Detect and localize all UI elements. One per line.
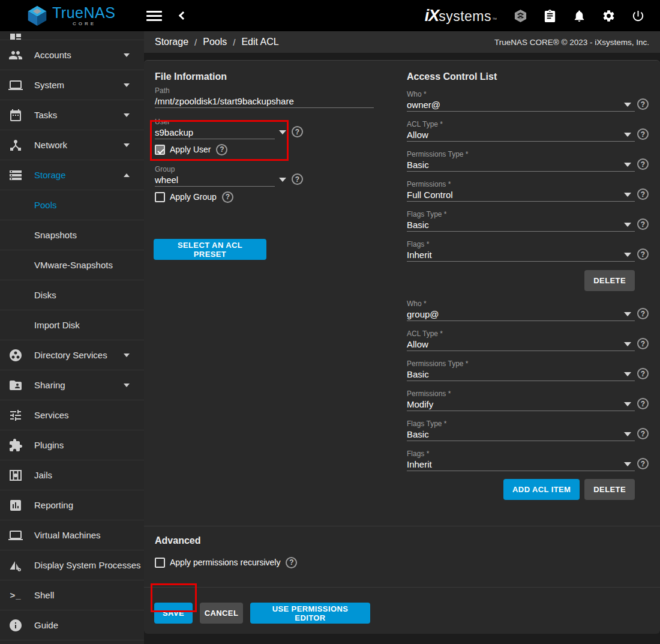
- truecommand-icon[interactable]: [514, 9, 527, 23]
- apply-group-checkbox[interactable]: [155, 192, 165, 202]
- notifications-bell-icon[interactable]: [572, 9, 586, 23]
- chevron-down-icon: [124, 113, 130, 117]
- sidebar-item-dashboard[interactable]: [0, 31, 144, 40]
- sidebar-nav: Accounts System Tasks Network Storage Po…: [0, 31, 144, 644]
- acl-who-select[interactable]: Who * group@ ?: [407, 299, 635, 321]
- acl-flags-type-select[interactable]: Flags Type * Basic ?: [407, 420, 635, 441]
- help-icon[interactable]: ?: [637, 398, 649, 409]
- network-hub-icon: [8, 138, 23, 152]
- brand-name: TrueNAS: [52, 5, 115, 20]
- acl-type-select[interactable]: ACL Type * Allow ?: [407, 120, 635, 142]
- path-field[interactable]: Path /mnt/zpooldisk1/start9backupshare: [155, 86, 395, 108]
- reporting-chart-icon: [8, 498, 23, 513]
- apply-recursively-checkbox[interactable]: [155, 558, 165, 568]
- sidebar-item-network[interactable]: Network: [0, 130, 144, 160]
- sidebar-item-sharing[interactable]: Sharing: [0, 370, 144, 400]
- services-tune-icon: [8, 408, 23, 423]
- dropdown-caret-icon: [624, 342, 631, 346]
- breadcrumb-edit-acl: Edit ACL: [241, 37, 278, 47]
- chevron-down-icon: [124, 354, 130, 357]
- chevron-down-icon: [124, 384, 130, 387]
- delete-acl-item-button[interactable]: DELETE: [584, 270, 635, 291]
- help-icon[interactable]: ?: [286, 557, 297, 568]
- use-permissions-editor-button[interactable]: USE PERMISSIONS EDITOR: [250, 603, 370, 624]
- acl-who-select[interactable]: Who * owner@ ?: [407, 90, 635, 112]
- collapse-chevron-left-icon[interactable]: [179, 11, 187, 20]
- sidebar-item-system[interactable]: System: [0, 70, 144, 100]
- help-icon[interactable]: ?: [637, 458, 649, 469]
- acl-permissions-type-select[interactable]: Permissions Type * Basic ?: [407, 360, 635, 381]
- power-icon[interactable]: [631, 9, 645, 23]
- help-icon[interactable]: ?: [637, 248, 649, 260]
- tasks-clipboard-icon[interactable]: [543, 9, 557, 23]
- acl-type-select[interactable]: ACL Type * Allow ?: [407, 330, 635, 351]
- help-icon[interactable]: ?: [637, 128, 649, 140]
- truenas-logo[interactable]: TrueNAS CORE: [26, 5, 115, 26]
- help-icon[interactable]: ?: [637, 368, 649, 379]
- dropdown-caret-icon: [624, 372, 631, 376]
- save-button[interactable]: SAVE: [154, 603, 193, 624]
- help-icon[interactable]: ?: [637, 338, 649, 349]
- acl-permissions-type-select[interactable]: Permissions Type * Basic ?: [407, 150, 635, 172]
- system-laptop-icon: [8, 78, 23, 92]
- sidebar-item-pools[interactable]: Pools: [0, 190, 144, 220]
- copyright-text: TrueNAS CORE® © 2023 - iXsystems, Inc.: [494, 38, 649, 47]
- sidebar-item-disks[interactable]: Disks: [0, 280, 144, 310]
- guide-info-icon: [8, 618, 23, 633]
- sidebar-item-services[interactable]: Services: [0, 400, 144, 430]
- sidebar-item-snapshots[interactable]: Snapshots: [0, 220, 144, 250]
- dropdown-caret-icon: [624, 402, 631, 406]
- dropdown-caret-icon: [624, 103, 631, 107]
- help-icon[interactable]: ?: [637, 308, 649, 319]
- sidebar-item-directory-services[interactable]: Directory Services: [0, 340, 144, 370]
- acl-flags-select[interactable]: Flags * Inherit ?: [407, 450, 635, 471]
- acl-title: Access Control List: [407, 72, 635, 82]
- help-icon[interactable]: ?: [216, 144, 227, 155]
- help-icon[interactable]: ?: [222, 191, 233, 203]
- breadcrumb-storage[interactable]: Storage: [155, 37, 188, 47]
- sidebar-item-display-system-processes[interactable]: Display System Processes: [0, 550, 144, 580]
- sidebar-item-guide[interactable]: Guide: [0, 610, 144, 640]
- breadcrumb-pools[interactable]: Pools: [203, 37, 227, 47]
- sidebar-item-vmware-snapshots[interactable]: VMware-Snapshots: [0, 250, 144, 280]
- help-icon[interactable]: ?: [637, 428, 649, 439]
- sidebar-item-tasks[interactable]: Tasks: [0, 100, 144, 130]
- settings-gear-icon[interactable]: [602, 9, 616, 23]
- sidebar-item-shell[interactable]: >_ Shell: [0, 580, 144, 610]
- dropdown-caret-icon: [624, 432, 631, 436]
- group-select[interactable]: Group wheel ?: [155, 165, 395, 187]
- sidebar-item-jails[interactable]: Jails: [0, 460, 144, 490]
- hamburger-menu-icon[interactable]: [146, 8, 162, 23]
- dropdown-caret-icon: [624, 163, 631, 167]
- help-icon[interactable]: ?: [637, 158, 649, 170]
- file-information-title: File Information: [155, 72, 395, 82]
- acl-permissions-select[interactable]: Permissions * Full Control ?: [407, 180, 635, 202]
- sidebar-item-plugins[interactable]: Plugins: [0, 430, 144, 460]
- help-icon[interactable]: ?: [637, 98, 649, 110]
- sharing-folder-icon: [8, 378, 23, 393]
- add-acl-item-button[interactable]: ADD ACL ITEM: [503, 479, 580, 500]
- advanced-section: Advanced Apply permissions recursively ?: [144, 526, 660, 587]
- help-icon[interactable]: ?: [637, 218, 649, 230]
- apply-user-checkbox[interactable]: [155, 145, 165, 155]
- delete-acl-item-button[interactable]: DELETE: [584, 479, 635, 500]
- sidebar-item-reporting[interactable]: Reporting: [0, 490, 144, 520]
- advanced-title: Advanced: [155, 536, 649, 546]
- dropdown-caret-icon: [624, 253, 631, 257]
- sidebar-item-storage[interactable]: Storage: [0, 160, 144, 190]
- help-icon[interactable]: ?: [292, 173, 303, 185]
- select-acl-preset-button[interactable]: SELECT AN ACL PRESET: [154, 239, 266, 260]
- breadcrumb: Storage / Pools / Edit ACL TrueNAS CORE®…: [144, 31, 660, 53]
- user-select[interactable]: User s9backup ?: [155, 118, 395, 139]
- help-icon[interactable]: ?: [292, 126, 303, 137]
- acl-flags-select[interactable]: Flags * Inherit ?: [407, 240, 635, 262]
- sidebar-item-accounts[interactable]: Accounts: [0, 40, 144, 70]
- acl-permissions-select[interactable]: Permissions * Modify ?: [407, 390, 635, 411]
- cancel-button[interactable]: CANCEL: [200, 603, 243, 624]
- storage-icon: [8, 168, 23, 182]
- sidebar-item-virtual-machines[interactable]: Virtual Machines: [0, 520, 144, 550]
- help-icon[interactable]: ?: [637, 188, 649, 200]
- sidebar-item-import-disk[interactable]: Import Disk: [0, 310, 144, 340]
- acl-flags-type-select[interactable]: Flags Type * Basic ?: [407, 210, 635, 232]
- chevron-down-icon: [124, 143, 130, 147]
